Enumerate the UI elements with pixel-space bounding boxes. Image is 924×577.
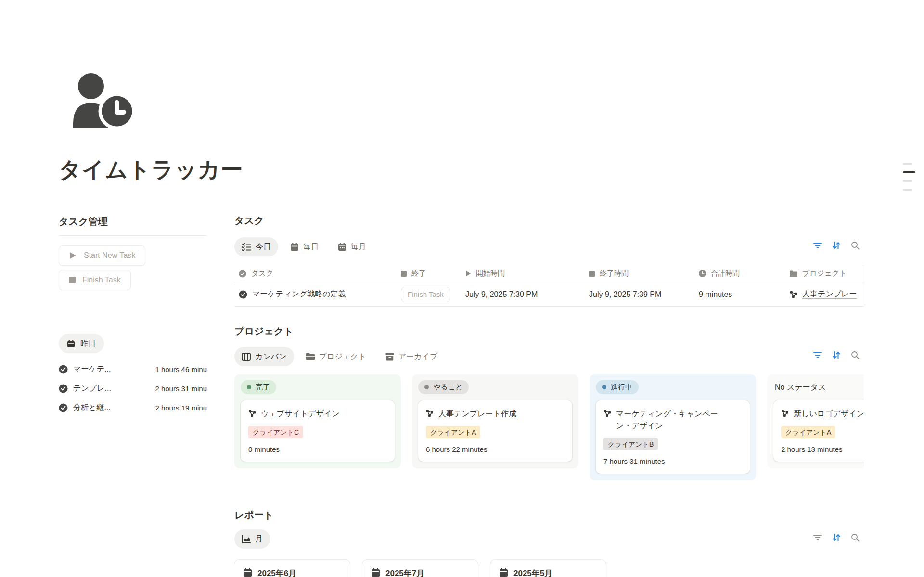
outline-indicator[interactable] [903, 163, 915, 191]
report-card-title: 2025年6月 [257, 568, 296, 577]
tab-daily[interactable]: 毎日 [283, 237, 326, 256]
status-label: 進行中 [611, 383, 632, 392]
task-management-heading: タスク管理 [59, 210, 207, 236]
column-header-start[interactable]: 開始時間 [461, 269, 585, 278]
task-label: テンプレ... [73, 384, 111, 394]
card-title: 人事テンプレート作成 [438, 408, 516, 420]
column-label: プロジェクト [802, 269, 847, 278]
status-label[interactable]: No ステータス [773, 380, 864, 394]
table-right-divider [863, 265, 863, 306]
list-item[interactable]: 分析と継... 2 hours 19 minu [59, 398, 207, 417]
project-card[interactable]: ウェブサイトデザイン クライアントC 0 minutes [241, 400, 395, 462]
report-card-title: 2025年7月 [385, 568, 424, 577]
project-cell[interactable]: 人事テンプレー [785, 289, 864, 299]
task-cell[interactable]: マーケティング戦略の定義 [234, 289, 397, 299]
check-circle-icon [59, 403, 68, 412]
time-tracker-page: タイムトラッカー タスク管理 Start New Task Finish Tas… [0, 0, 924, 577]
column-header-total[interactable]: 合計時間 [694, 269, 785, 278]
tasks-table: タスク 終了 開始時間 終了時間 合計時間 [234, 265, 864, 307]
tab-today[interactable]: 今日 [234, 237, 278, 256]
project-link[interactable]: 人事テンプレー [802, 289, 857, 299]
play-icon [465, 270, 471, 277]
outline-line-active [903, 171, 915, 173]
column-header-finish[interactable]: 終了 [397, 269, 461, 278]
calendar-day-icon [290, 243, 299, 251]
main-content: タスク 今日 [234, 210, 864, 577]
table-row[interactable]: マーケティング戦略の定義 Finish Task July 9, 2025 7:… [234, 282, 864, 307]
filter-icon[interactable] [812, 532, 823, 543]
filter-icon[interactable] [812, 350, 823, 360]
status-badge[interactable]: 完了 [241, 380, 276, 394]
project-card[interactable]: マーケティング・キャンペーン・デザイン クライアントB 7 hours 31 m… [596, 400, 750, 474]
search-icon[interactable] [850, 240, 860, 251]
kanban-column-in-progress: 進行中 マーケティング・キャンペーン・デザイン クライアントB 7 hours … [590, 374, 756, 480]
check-circle-icon [59, 384, 68, 393]
tab-archive-label: アーカイブ [398, 352, 438, 362]
start-new-task-button[interactable]: Start New Task [59, 245, 145, 266]
status-badge[interactable]: やること [418, 380, 469, 394]
report-card-title: 2025年5月 [513, 568, 552, 577]
finish-task-button[interactable]: Finish Task [59, 270, 131, 290]
list-item[interactable]: マーケテ... 1 hours 46 minu [59, 359, 207, 379]
check-circle-icon [59, 365, 68, 374]
report-card[interactable]: 2025年7月 [362, 560, 478, 577]
projects-view-tabs: カンバン プロジェクト アーカイブ [234, 347, 445, 366]
project-card[interactable]: 人事テンプレート作成 クライアントA 6 hours 22 minutes [418, 400, 572, 462]
tab-kanban-label: カンバン [255, 352, 287, 362]
finish-task-row-button[interactable]: Finish Task [401, 287, 450, 302]
calendar-icon [371, 568, 380, 577]
column-label: 終了 [411, 269, 426, 278]
kanban-column-todo: やること 人事テンプレート作成 クライアントA 6 hours 22 minut… [412, 374, 578, 468]
total-time-cell[interactable]: 9 minutes [694, 290, 785, 299]
project-card[interactable]: 新しいロゴデザイン クライアントA 2 hours 13 minutes [773, 400, 864, 462]
column-header-task[interactable]: タスク [234, 269, 397, 278]
tab-monthly[interactable]: 毎月 [331, 237, 373, 256]
tab-kanban[interactable]: カンバン [234, 347, 294, 366]
stop-icon [69, 277, 76, 283]
tab-projects[interactable]: プロジェクト [299, 347, 373, 366]
relation-icon [781, 410, 789, 420]
end-time-cell[interactable]: July 9, 2025 7:39 PM [585, 290, 694, 299]
check-circle-icon [239, 270, 246, 278]
report-card[interactable]: 2025年6月 [234, 560, 350, 577]
column-label: タスク [251, 269, 273, 278]
card-title: 新しいロゴデザイン [794, 408, 864, 420]
tab-month-label: 月 [255, 534, 263, 544]
sort-icon[interactable] [831, 532, 842, 543]
card-title: マーケティング・キャンペーン・デザイン [616, 408, 721, 432]
start-time-cell[interactable]: July 9, 2025 7:30 PM [461, 290, 585, 299]
tab-month[interactable]: 月 [234, 529, 270, 549]
task-title: マーケティング戦略の定義 [252, 289, 346, 299]
page-title: タイムトラッカー [59, 155, 244, 185]
card-time: 0 minutes [248, 445, 387, 453]
filter-icon[interactable] [812, 240, 823, 251]
task-management-panel: タスク管理 Start New Task Finish Task [59, 210, 207, 417]
calendar-icon [67, 340, 75, 348]
client-tag: クライアントC [248, 426, 303, 438]
tab-projects-label: プロジェクト [319, 352, 366, 362]
report-card[interactable]: 2025年5月 [490, 560, 606, 577]
search-icon[interactable] [850, 532, 860, 543]
card-time: 7 hours 31 minutes [603, 457, 742, 465]
column-header-end[interactable]: 終了時間 [585, 269, 694, 278]
stop-icon [401, 271, 407, 277]
table-header-row: タスク 終了 開始時間 終了時間 合計時間 [234, 265, 864, 282]
yesterday-toggle[interactable]: 昨日 [59, 334, 104, 353]
sort-icon[interactable] [831, 240, 842, 251]
reports-view-tabs: 月 [234, 529, 270, 549]
column-header-project[interactable]: プロジェクト [785, 269, 864, 278]
reports-heading: レポート [234, 509, 273, 522]
search-icon[interactable] [850, 350, 860, 360]
list-item[interactable]: テンプレ... 2 hours 31 minu [59, 379, 207, 398]
relation-icon [248, 410, 256, 420]
status-badge[interactable]: 進行中 [596, 380, 639, 394]
relation-icon [790, 291, 797, 298]
tab-today-label: 今日 [256, 242, 271, 252]
tab-archive[interactable]: アーカイブ [378, 347, 445, 366]
sort-icon[interactable] [831, 350, 842, 360]
user-clock-icon [71, 73, 138, 128]
outline-line [903, 163, 912, 165]
folder-icon [306, 353, 315, 360]
clock-icon [699, 270, 706, 277]
card-title: ウェブサイトデザイン [261, 408, 340, 420]
